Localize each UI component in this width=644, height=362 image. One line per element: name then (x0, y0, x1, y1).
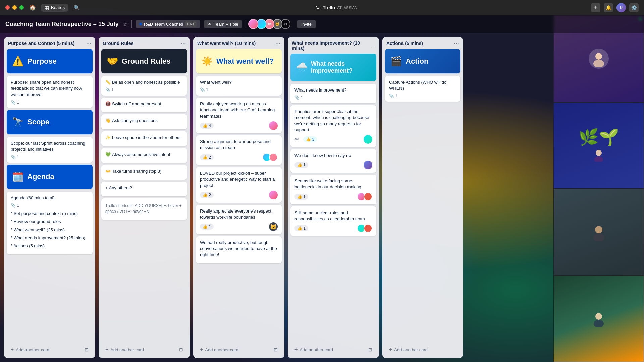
vote-count-3[interactable]: 👍 2 (200, 192, 214, 198)
list-needs-improvement-menu[interactable]: ··· (370, 43, 375, 49)
vote-count-1[interactable]: 👍 4 (200, 123, 214, 129)
card-actions-capture[interactable]: Capture Actions (WHO will do WHEN) 📎 1 (385, 76, 460, 102)
add-button[interactable]: + (591, 3, 600, 12)
scope-banner-text: Scope (27, 118, 49, 126)
went-well-3-meta: 👍 2 (200, 191, 278, 199)
card-rule-1[interactable]: 📏Be as open and honest as possible 📎 1 (101, 76, 187, 96)
card-needs-improvement-banner[interactable]: 🌧️ What needs improvement? (290, 54, 376, 81)
video-cell-3[interactable] (553, 189, 644, 276)
template-icon-gr[interactable]: ⊡ (179, 347, 183, 352)
card-rule-6[interactable]: 👐Take turns sharing (top 3) (101, 165, 187, 180)
card-ni-4[interactable]: Still some unclear roles and responsibil… (290, 206, 376, 236)
avatar-2b (269, 153, 278, 162)
vote-count-4[interactable]: 👍 1 (200, 224, 214, 230)
minimize-button[interactable] (12, 5, 17, 10)
visibility-label: Team Visible (214, 22, 238, 27)
list-actions-header: Actions (5 mins) ··· (382, 37, 463, 49)
vote-count-ni-2[interactable]: 👍 1 (294, 162, 308, 168)
card-agenda-text[interactable]: Agenda (60 mins total) 📎 1 * Set purpose… (7, 192, 93, 254)
card-scope-banner[interactable]: 🔭 Scope (7, 110, 93, 134)
boards-icon: ▦ (45, 5, 49, 10)
ni-4-text: Still some unclear roles and responsibil… (294, 210, 372, 222)
video-cell-2[interactable]: 🌿🌱 (553, 102, 644, 189)
avatar-1 (269, 121, 278, 130)
card-ni-2[interactable]: We don't know how to say no 👍 1 (290, 149, 376, 173)
card-went-well-4[interactable]: Really appreciate everyone's respect tow… (196, 205, 282, 234)
card-went-well-5[interactable]: We had really productive, but tough conv… (196, 236, 282, 263)
avatars-2 (264, 153, 278, 162)
add-card-went-well[interactable]: + Add another card ⊡ (196, 344, 282, 355)
list-ground-rules-menu[interactable]: ··· (181, 40, 186, 46)
list-actions-menu[interactable]: ··· (454, 40, 459, 46)
visibility-icon: 👁 (207, 22, 212, 27)
boards-button[interactable]: ▦ Boards (41, 4, 68, 12)
card-agenda-banner[interactable]: 🗓️ Agenda (7, 165, 93, 189)
agenda-emoji: 🗓️ (12, 171, 24, 182)
svg-point-5 (593, 233, 604, 241)
add-card-purpose[interactable]: + Add another card ⊡ (7, 344, 93, 355)
list-ground-rules-header: Ground Rules ··· (99, 37, 190, 49)
card-went-well-banner[interactable]: ☀️ What went well? (196, 49, 282, 73)
card-rule-2[interactable]: 📵Switch off and be present (101, 98, 187, 112)
card-went-well-1[interactable]: Really enjoyed working as a cross-functi… (196, 98, 282, 133)
card-shortcuts[interactable]: Trello shortcuts: ADD YOURSELF: hover + … (101, 198, 187, 220)
template-icon-ww[interactable]: ⊡ (274, 347, 278, 352)
purpose-emoji: ⚠️ (12, 56, 24, 67)
card-ground-rules-banner[interactable]: 🤝 Ground Rules (101, 49, 187, 73)
card-rule-3[interactable]: 👋Ask clarifying questions (101, 114, 187, 129)
ni-3-text: Seems like we're facing some bottlenecks… (294, 178, 372, 190)
vote-count-ni-4[interactable]: 👍 1 (294, 225, 308, 231)
member-avatar-1[interactable] (248, 19, 258, 29)
add-card-ground-rules[interactable]: + Add another card ⊡ (101, 344, 187, 355)
list-purpose-body: ⚠️ Purpose Purpose: share open and hones… (4, 49, 95, 343)
card-went-well-header-card[interactable]: What went well? 📎 1 (196, 76, 282, 96)
agenda-attach: 📎 1 (11, 203, 19, 208)
ni-attach: 📎 1 (294, 95, 303, 100)
ni-1-text: Priorities aren't super clear at the mom… (294, 109, 372, 133)
list-actions-body: 🎬 Action Capture Actions (WHO will do WH… (382, 49, 463, 343)
add-card-actions[interactable]: + Add another card (385, 344, 460, 355)
add-card-ww-label: Add another card (205, 347, 238, 352)
titlebar-actions: + 🔔 U ⚙️ (591, 3, 639, 12)
card-rule-5[interactable]: 💚Always assume positive intent (101, 148, 187, 163)
close-button[interactable] (5, 5, 10, 10)
home-icon[interactable]: 🏠 (28, 3, 37, 12)
vote-count-ni-1[interactable]: 👍 3 (303, 136, 317, 142)
plant-display: 🌿🌱 (579, 128, 619, 147)
card-went-well-3[interactable]: LOVED our project kickoff – super produc… (196, 167, 282, 203)
card-rule-4[interactable]: ✨Leave space in the Zoom for others (101, 131, 187, 146)
list-purpose-menu[interactable]: ··· (86, 40, 91, 46)
card-actions-banner[interactable]: 🎬 Action (385, 49, 460, 73)
actions-attach: 📎 1 (389, 94, 397, 98)
list-went-well-menu[interactable]: ··· (275, 40, 280, 46)
team-badge[interactable]: R&D Team Coaches ENT (136, 20, 200, 28)
others-text: + Any others? (105, 185, 183, 191)
notifications-button[interactable]: 🔔 (604, 3, 613, 12)
card-purpose-banner[interactable]: ⚠️ Purpose (7, 49, 93, 73)
rule-3-text: 👋Ask clarifying questions (105, 118, 183, 124)
vote-count-ni-3[interactable]: 👍 1 (294, 194, 308, 200)
visibility-badge[interactable]: 👁 Team Visible (204, 20, 241, 28)
card-purpose-text[interactable]: Purpose: share open and honest feedback … (7, 76, 93, 108)
eye-icon: 👁 (294, 137, 299, 142)
settings-button[interactable]: ⚙️ (629, 3, 639, 12)
card-ni-header[interactable]: What needs improvement? 📎 1 (290, 84, 376, 103)
maximize-button[interactable] (19, 5, 24, 10)
card-others[interactable]: + Any others? (101, 182, 187, 196)
template-icon-ni[interactable]: ⊡ (368, 347, 372, 352)
add-card-ni[interactable]: + Add another card ⊡ (290, 344, 376, 355)
template-icon[interactable]: ⊡ (85, 347, 89, 352)
card-ni-1[interactable]: Priorities aren't super clear at the mom… (290, 105, 376, 147)
video-cell-4[interactable] (553, 276, 644, 362)
invite-button[interactable]: Invite (297, 20, 316, 28)
star-button[interactable]: ☆ (123, 21, 127, 27)
card-went-well-2[interactable]: Strong alignment to our purpose and miss… (196, 135, 282, 165)
vote-count-2[interactable]: 👍 2 (200, 154, 214, 160)
card-ni-3[interactable]: Seems like we're facing some bottlenecks… (290, 175, 376, 204)
board-area: Purpose and Context (5 mins) ··· ⚠️ Purp… (0, 33, 644, 362)
user-avatar[interactable]: U (616, 3, 626, 12)
add-icon-act: + (389, 347, 392, 353)
search-button[interactable]: 🔍 (72, 3, 82, 12)
team-dot (139, 23, 142, 25)
card-scope-text[interactable]: Scope: our last Sprint across coaching p… (7, 137, 93, 163)
